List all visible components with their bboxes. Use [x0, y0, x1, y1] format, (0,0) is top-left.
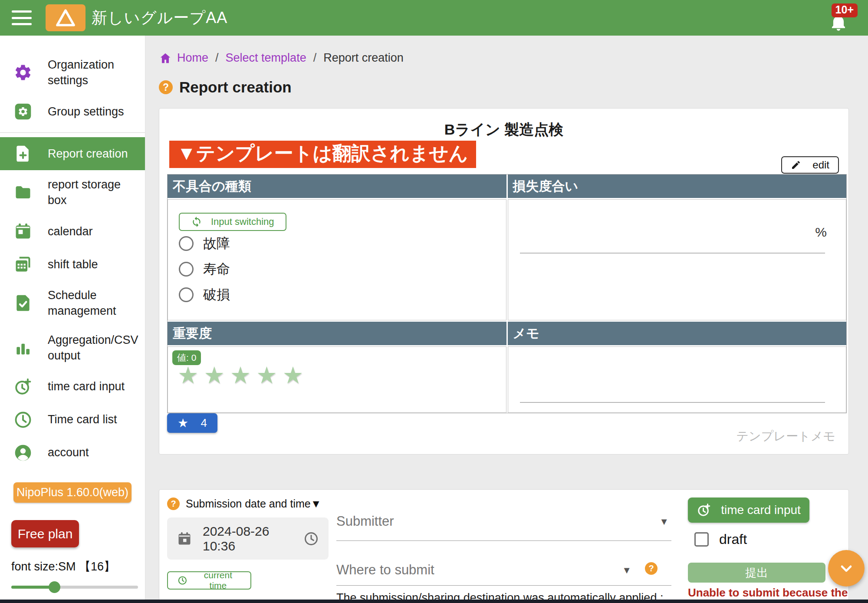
top-bar: 新しいグループAA 10+: [0, 0, 868, 36]
edit-button-label: edit: [812, 159, 829, 171]
page-title: Report creation: [179, 79, 292, 96]
chevron-down-icon: ▼: [622, 565, 631, 576]
sidebar-item-label: time card input: [48, 379, 125, 394]
group-title: 新しいグループAA: [92, 7, 227, 29]
breadcrumb-separator: /: [215, 51, 219, 65]
chevron-down-icon: ▼: [659, 516, 669, 527]
menu-icon[interactable]: [12, 10, 32, 25]
main-content: Home / Select template / Report creation…: [146, 36, 868, 603]
sidebar-item-organization-settings[interactable]: Organization settings: [0, 50, 145, 95]
radio-option-breakdown[interactable]: 故障: [179, 234, 230, 253]
help-icon[interactable]: ?: [645, 562, 658, 575]
sidebar-item-group-settings[interactable]: Group settings: [0, 95, 145, 128]
pencil-icon: [791, 160, 801, 170]
breadcrumb-home-link[interactable]: Home: [177, 51, 208, 65]
radio-option-damage[interactable]: 破損: [179, 286, 230, 304]
sidebar-item-report-creation[interactable]: Report creation: [0, 137, 145, 170]
submission-date-label[interactable]: Submission date and time▼: [186, 498, 321, 510]
clock-plus-icon: [13, 377, 33, 396]
input-switching-button[interactable]: Input switching: [179, 213, 286, 231]
datetime-value: 2024-08-26 10:36: [203, 524, 303, 554]
sidebar-item-schedule-management[interactable]: Schedule management: [0, 281, 145, 326]
star-count-button[interactable]: ★ 4: [167, 413, 217, 433]
help-icon[interactable]: ?: [167, 498, 180, 510]
star-icon[interactable]: ★: [204, 362, 224, 389]
column-header-importance: 重要度: [168, 322, 506, 345]
breadcrumb-current: Report creation: [323, 51, 404, 65]
draft-checkbox[interactable]: [694, 532, 709, 547]
submit-button[interactable]: 提出: [688, 563, 825, 583]
triangle-icon: [54, 6, 77, 30]
breadcrumb: Home / Select template / Report creation: [159, 51, 868, 65]
sidebar-item-time-card-input[interactable]: time card input: [0, 370, 145, 403]
sidebar-item-report-storage-box[interactable]: report storage box: [0, 170, 145, 215]
breadcrumb-select-template-link[interactable]: Select template: [226, 51, 306, 65]
gear-square-icon: [13, 102, 33, 121]
bar-chart-icon: [13, 338, 33, 357]
clock-icon[interactable]: [303, 531, 319, 547]
radio-option-lifespan[interactable]: 寿命: [179, 260, 230, 278]
memo-input[interactable]: [520, 402, 825, 403]
sidebar-item-label: shift table: [48, 257, 98, 272]
sidebar-item-label: Aggregation/CSV output: [48, 332, 141, 364]
column-header-memo: メモ: [508, 322, 847, 345]
help-icon[interactable]: ?: [159, 80, 173, 94]
edit-button[interactable]: edit: [781, 156, 839, 174]
sidebar-item-label: Schedule management: [48, 287, 141, 319]
sidebar-item-label: Group settings: [48, 104, 124, 119]
where-to-submit-placeholder: Where to submit: [336, 562, 671, 578]
star-rating[interactable]: ★ ★ ★ ★ ★: [178, 362, 303, 389]
plan-button[interactable]: Free plan: [11, 520, 79, 547]
time-card-input-button[interactable]: time card input: [688, 498, 809, 523]
star-icon[interactable]: ★: [230, 362, 251, 389]
percent-suffix: %: [815, 225, 827, 240]
column-header-defect-type: 不具合の種類: [168, 175, 506, 198]
submission-card: ? Submission date and time▼ 2024-08-26 1…: [159, 489, 849, 603]
sidebar-divider: [0, 132, 145, 133]
submitter-select[interactable]: Submitter ▼: [336, 514, 671, 541]
breadcrumb-separator: /: [313, 51, 317, 65]
radio-icon[interactable]: [179, 287, 194, 302]
slider-fill: [11, 586, 54, 589]
current-time-button[interactable]: current time: [167, 571, 251, 590]
loss-degree-input[interactable]: [520, 253, 825, 254]
home-icon[interactable]: [159, 52, 172, 65]
sidebar-item-shift-table[interactable]: shift table: [0, 248, 145, 281]
input-switching-label: Input switching: [211, 216, 274, 227]
draft-option[interactable]: draft: [694, 531, 842, 547]
defect-type-cell: Input switching 故障 寿命 破損: [168, 199, 506, 320]
sidebar-item-label: account: [48, 445, 89, 460]
clock-plus-icon: [697, 503, 711, 517]
app-window: 新しいグループAA 10+ Organization settings Grou…: [0, 0, 868, 603]
sidebar-item-label: report storage box: [48, 177, 141, 208]
draft-label: draft: [719, 531, 747, 547]
slider-thumb[interactable]: [49, 581, 60, 593]
gear-icon: [13, 63, 33, 82]
document-check-icon: [13, 293, 33, 313]
person-icon: [13, 443, 33, 462]
group-logo[interactable]: [46, 4, 85, 31]
chevron-down-icon: [838, 560, 855, 577]
sidebar-item-aggregation-csv-output[interactable]: Aggregation/CSV output: [0, 326, 145, 370]
star-icon[interactable]: ★: [178, 362, 198, 389]
sidebar-item-account[interactable]: account: [0, 436, 145, 469]
star-count-value: 4: [201, 416, 207, 430]
sidebar-item-label: Organization settings: [48, 57, 141, 89]
font-size-slider[interactable]: [11, 581, 138, 593]
radio-icon[interactable]: [179, 262, 194, 277]
font-size-label: font size:SM 【16】: [11, 559, 135, 574]
notifications-button[interactable]: 10+: [827, 3, 852, 32]
template-title: Bライン 製造点検: [159, 109, 848, 140]
sidebar-item-calendar[interactable]: calendar: [0, 215, 145, 248]
star-icon[interactable]: ★: [256, 362, 277, 389]
sidebar-item-time-card-list[interactable]: Time card list: [0, 403, 145, 436]
datetime-picker[interactable]: 2024-08-26 10:36: [167, 517, 329, 560]
star-icon[interactable]: ★: [283, 362, 303, 389]
radio-icon[interactable]: [179, 236, 194, 251]
scroll-down-fab[interactable]: [828, 550, 865, 587]
where-to-submit-select[interactable]: Where to submit ▼ ?: [336, 562, 671, 586]
clock-icon: [178, 575, 187, 586]
version-button[interactable]: NipoPlus 1.60.0(web): [13, 482, 132, 503]
notification-badge: 10+: [832, 3, 858, 17]
template-memo-placeholder: テンプレートメモ: [736, 428, 835, 445]
